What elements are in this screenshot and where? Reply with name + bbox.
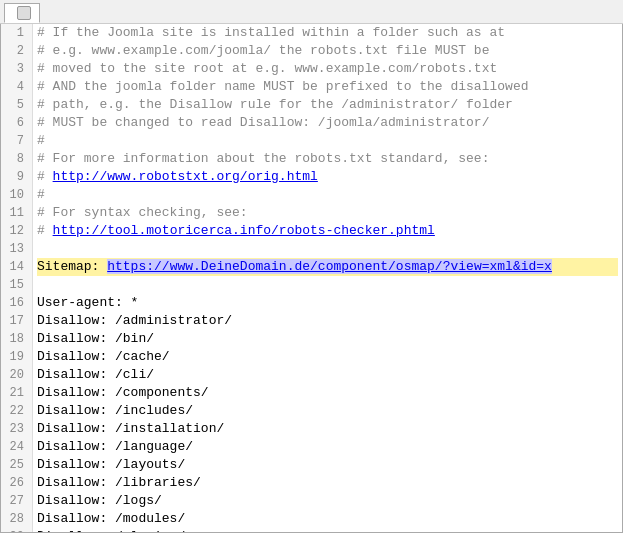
comment-prefix: # <box>37 169 53 184</box>
directive-text: Disallow: /libraries/ <box>37 475 201 490</box>
directive-text: Disallow: /bin/ <box>37 331 154 346</box>
line-number: 4 <box>5 78 24 96</box>
comment-text: # If the Joomla site is installed within… <box>37 25 505 40</box>
code-line: Disallow: /cache/ <box>37 348 618 366</box>
line-number: 21 <box>5 384 24 402</box>
directive-text: Disallow: /includes/ <box>37 403 193 418</box>
code-line: # AND the joomla folder name MUST be pre… <box>37 78 618 96</box>
line-number: 16 <box>5 294 24 312</box>
code-line <box>37 240 618 258</box>
comment-text: # <box>37 187 45 202</box>
code-line <box>37 276 618 294</box>
line-number: 10 <box>5 186 24 204</box>
code-line: Disallow: /modules/ <box>37 510 618 528</box>
line-number: 23 <box>5 420 24 438</box>
comment-text: # e.g. www.example.com/joomla/ the robot… <box>37 43 489 58</box>
link[interactable]: http://tool.motoricerca.info/robots-chec… <box>53 223 435 238</box>
line-number: 7 <box>5 132 24 150</box>
line-number: 11 <box>5 204 24 222</box>
code-line: # <box>37 132 618 150</box>
code-line: Disallow: /installation/ <box>37 420 618 438</box>
code-line: Disallow: /bin/ <box>37 330 618 348</box>
code-line: Disallow: /logs/ <box>37 492 618 510</box>
line-number: 2 <box>5 42 24 60</box>
directive-text: User-agent: * <box>37 295 138 310</box>
code-line: # If the Joomla site is installed within… <box>37 24 618 42</box>
comment-text: # <box>37 133 45 148</box>
code-line: User-agent: * <box>37 294 618 312</box>
code-line: # MUST be changed to read Disallow: /joo… <box>37 114 618 132</box>
code-line: # e.g. www.example.com/joomla/ the robot… <box>37 42 618 60</box>
line-number: 19 <box>5 348 24 366</box>
code-line: # For more information about the robots.… <box>37 150 618 168</box>
title-bar <box>0 0 623 24</box>
sitemap-url[interactable]: https://www.DeineDomain.de/component/osm… <box>107 259 552 274</box>
line-number: 14 <box>5 258 24 276</box>
code-line: Disallow: /administrator/ <box>37 312 618 330</box>
directive-text: Disallow: /cache/ <box>37 349 170 364</box>
line-number: 18 <box>5 330 24 348</box>
code-line: # http://www.robotstxt.org/orig.html <box>37 168 618 186</box>
code-line: # http://tool.motoricerca.info/robots-ch… <box>37 222 618 240</box>
lines-wrapper[interactable]: 1234567891011121314151617181920212223242… <box>1 24 622 532</box>
comment-text: # path, e.g. the Disallow rule for the /… <box>37 97 513 112</box>
line-number: 13 <box>5 240 24 258</box>
comment-text: # For more information about the robots.… <box>37 151 489 166</box>
code-line: Disallow: /layouts/ <box>37 456 618 474</box>
code-line: # <box>37 186 618 204</box>
file-tab[interactable] <box>4 3 40 23</box>
code-line: Disallow: /includes/ <box>37 402 618 420</box>
directive-text: Disallow: /language/ <box>37 439 193 454</box>
line-number: 12 <box>5 222 24 240</box>
directive-text: Disallow: /logs/ <box>37 493 162 508</box>
line-number: 3 <box>5 60 24 78</box>
line-number: 6 <box>5 114 24 132</box>
sitemap-key: Sitemap: <box>37 259 107 274</box>
comment-text: # moved to the site root at e.g. www.exa… <box>37 61 497 76</box>
code-line: Disallow: /libraries/ <box>37 474 618 492</box>
directive-text: Disallow: /cli/ <box>37 367 154 382</box>
code-line: Disallow: /language/ <box>37 438 618 456</box>
code-area[interactable]: # If the Joomla site is installed within… <box>33 24 622 532</box>
code-line: # moved to the site root at e.g. www.exa… <box>37 60 618 78</box>
comment-text: # AND the joomla folder name MUST be pre… <box>37 79 528 94</box>
line-number: 28 <box>5 510 24 528</box>
tab-close-button[interactable] <box>17 6 31 20</box>
directive-text: Disallow: /components/ <box>37 385 209 400</box>
directive-text: Disallow: /administrator/ <box>37 313 232 328</box>
line-number: 15 <box>5 276 24 294</box>
line-number: 8 <box>5 150 24 168</box>
directive-text: Disallow: /modules/ <box>37 511 185 526</box>
comment-text: # For syntax checking, see: <box>37 205 248 220</box>
comment-text: # MUST be changed to read Disallow: /joo… <box>37 115 489 130</box>
directive-text: Disallow: /plugins/ <box>37 529 185 532</box>
line-number: 9 <box>5 168 24 186</box>
code-line: Disallow: /cli/ <box>37 366 618 384</box>
line-numbers: 1234567891011121314151617181920212223242… <box>1 24 33 532</box>
code-line: # For syntax checking, see: <box>37 204 618 222</box>
line-number: 26 <box>5 474 24 492</box>
code-line: Sitemap: https://www.DeineDomain.de/comp… <box>37 258 618 276</box>
code-line: Disallow: /plugins/ <box>37 528 618 532</box>
directive-text: Disallow: /layouts/ <box>37 457 185 472</box>
directive-text: Disallow: /installation/ <box>37 421 224 436</box>
line-number: 5 <box>5 96 24 114</box>
line-number: 27 <box>5 492 24 510</box>
line-number: 1 <box>5 24 24 42</box>
line-number: 22 <box>5 402 24 420</box>
line-number: 25 <box>5 456 24 474</box>
editor-container: 1234567891011121314151617181920212223242… <box>0 24 623 533</box>
comment-prefix: # <box>37 223 53 238</box>
line-number: 24 <box>5 438 24 456</box>
line-number: 29 <box>5 528 24 532</box>
code-line: Disallow: /components/ <box>37 384 618 402</box>
code-line: # path, e.g. the Disallow rule for the /… <box>37 96 618 114</box>
line-number: 20 <box>5 366 24 384</box>
link[interactable]: http://www.robotstxt.org/orig.html <box>53 169 318 184</box>
line-number: 17 <box>5 312 24 330</box>
